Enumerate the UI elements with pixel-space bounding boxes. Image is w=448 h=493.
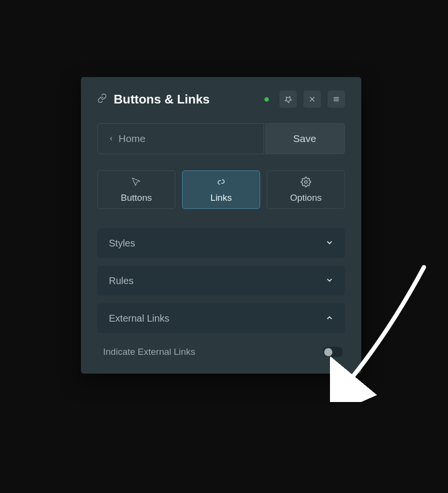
tab-label: Options: [290, 193, 321, 203]
panel-title: Buttons & Links: [114, 92, 258, 107]
accordion-label: Rules: [109, 275, 133, 286]
svg-point-5: [304, 181, 307, 183]
setting-label: Indicate External Links: [103, 347, 195, 357]
accordion-label: Styles: [109, 238, 135, 249]
chevron-down-icon: [326, 275, 333, 286]
status-indicator: [264, 97, 269, 102]
save-label: Save: [293, 133, 316, 144]
home-label: Home: [119, 133, 145, 144]
tab-label: Links: [211, 193, 232, 203]
setting-indicate-external-links: Indicate External Links: [97, 341, 345, 357]
save-button[interactable]: Save: [265, 123, 345, 154]
tab-options[interactable]: Options: [267, 170, 345, 209]
chevron-up-icon: [326, 313, 333, 324]
chevron-left-icon: [108, 135, 114, 143]
menu-button[interactable]: [328, 91, 345, 108]
link-icon: [97, 93, 107, 105]
close-button[interactable]: [303, 91, 321, 108]
pin-button[interactable]: [279, 91, 297, 108]
accordion-external-links[interactable]: External Links: [97, 303, 345, 333]
chevron-down-icon: [326, 238, 333, 249]
tab-group: Buttons Links Options: [97, 170, 345, 209]
tab-buttons[interactable]: Buttons: [97, 170, 175, 209]
accordion-styles[interactable]: Styles: [97, 228, 345, 258]
toolbar: Home Save: [97, 123, 345, 154]
indicate-external-links-toggle[interactable]: [323, 347, 343, 357]
panel-header: Buttons & Links: [97, 91, 345, 108]
cursor-icon: [131, 177, 142, 190]
chain-icon: [216, 177, 226, 190]
tab-label: Buttons: [121, 193, 152, 203]
settings-panel: Buttons & Links Home Save Buttons: [81, 77, 361, 374]
accordion-rules[interactable]: Rules: [97, 266, 345, 296]
gear-icon: [301, 177, 311, 190]
accordion-label: External Links: [109, 313, 170, 324]
home-button[interactable]: Home: [97, 123, 264, 154]
tab-links[interactable]: Links: [182, 170, 260, 209]
toggle-knob: [324, 348, 332, 356]
